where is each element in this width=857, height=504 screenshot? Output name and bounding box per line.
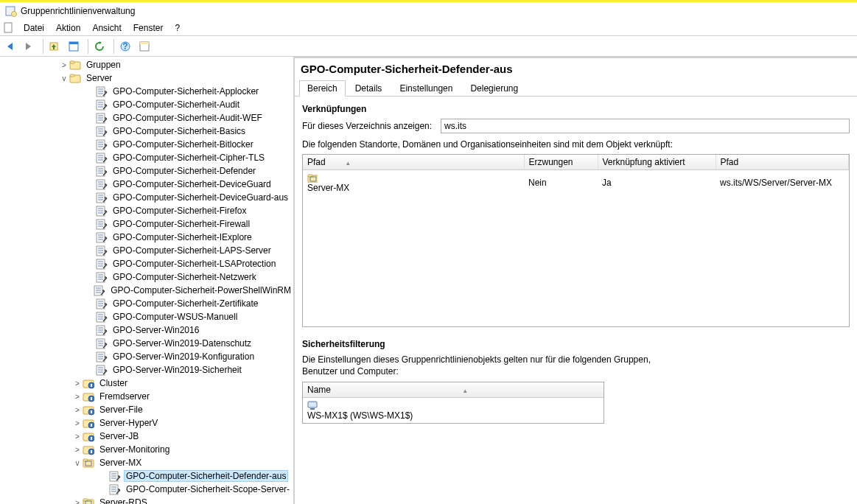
ou-blue-icon-icon [83, 444, 94, 455]
tree-item-label: GPO-Computer-Sicherheit-Scope-Server- [124, 483, 292, 495]
menu-help[interactable]: ? [169, 21, 186, 35]
tree-node-gpo[interactable]: GPO-Computer-Sicherheit-PowerShellWinRM [0, 284, 293, 297]
links-table[interactable]: Pfad Erzwungen Verknüpfung aktiviert Pfa… [302, 154, 850, 327]
expander-icon[interactable]: > [72, 406, 83, 414]
sf-col-name[interactable]: Name [303, 382, 604, 398]
tree-item-label: GPO-Computer-Sicherheit-Netzwerk [111, 271, 259, 283]
tree-node-gpo[interactable]: GPO-Computer-Sicherheit-LAPS-Server [0, 244, 293, 257]
tree-item-label: GPO-Computer-Sicherheit-LSAProtection [111, 258, 278, 270]
tree-node-gpo[interactable]: GPO-Computer-Sicherheit-Basics [0, 125, 293, 138]
tree-item-label: GPO-Computer-Sicherheit-Applocker [111, 85, 261, 97]
tree-item-label: GPO-Computer-Sicherheit-DeviceGuard [111, 178, 273, 190]
tree-node-gpo[interactable]: GPO-Computer-Sicherheit-Firewall [0, 217, 293, 231]
details-pane: GPO-Computer-Sicherheit-Defender-aus Ber… [295, 57, 857, 504]
menu-datei[interactable]: Datei [18, 21, 50, 35]
tree-node-gpo[interactable]: GPO-Computer-Sicherheit-Netzwerk [0, 270, 293, 284]
forward-button[interactable] [22, 38, 38, 55]
tab-bereich[interactable]: Bereich [299, 80, 346, 97]
ou-blue-icon-icon [83, 417, 94, 429]
table-row[interactable]: Server-MX Nein Ja ws.its/WS/Server/Serve… [303, 170, 849, 196]
domain-dropdown[interactable]: ws.its [441, 119, 850, 133]
tree-item-label: GPO-Computer-Sicherheit-DeviceGuard-aus [111, 192, 290, 203]
tree-item-label: Server-Monitoring [97, 444, 172, 455]
tree-item-label: GPO-Computer-Sicherheit-Defender [111, 165, 258, 177]
window-title: Gruppenrichtlinienverwaltung [21, 6, 135, 16]
tree-node-gpo[interactable]: GPO-Computer-Sicherheit-DeviceGuard [0, 178, 293, 191]
tree-node-gpo[interactable]: GPO-Computer-Sicherheit-Firefox [0, 204, 293, 217]
col-pfad[interactable]: Pfad [303, 155, 524, 170]
gpo-link-icon-icon [96, 125, 108, 137]
back-button[interactable] [3, 38, 19, 55]
expander-icon[interactable]: > [72, 419, 83, 427]
sf-table[interactable]: Name WS-MX1$ (WS\WS-MX1$) [302, 382, 604, 424]
refresh-icon [94, 41, 105, 52]
tree-node-gpo[interactable]: GPO-Computer-Sicherheit-Applocker [0, 85, 293, 98]
expander-icon[interactable]: > [72, 393, 83, 401]
tree-node-gpo[interactable]: GPO-Server-Win2019-Sicherheit [0, 363, 293, 377]
tree-node-gpo[interactable]: GPO-Computer-Sicherheit-IExplore [0, 231, 293, 244]
tree-node-ou[interactable]: >Server-Monitoring [0, 443, 293, 456]
folder-icon-icon [69, 72, 81, 84]
tree-node-gpo[interactable]: GPO-Server-Win2019-Datenschutz [0, 337, 293, 350]
ou-icon-icon [83, 497, 94, 504]
menu-fenster[interactable]: Fenster [127, 21, 169, 35]
tree-node-gpo[interactable]: GPO-Computer-Sicherheit-DeviceGuard-aus [0, 191, 293, 204]
tree-node-gpo[interactable]: GPO-Computer-Sicherheit-Cipher-TLS [0, 151, 293, 164]
tree-node-ou[interactable]: >Fremdserver [0, 390, 293, 403]
gpo-link-icon-icon [96, 311, 108, 323]
col-erzwungen[interactable]: Erzwungen [524, 155, 598, 170]
links-description: Die folgenden Standorte, Domänen und Org… [302, 139, 850, 150]
expander-icon[interactable]: > [72, 499, 83, 505]
show-hide-tree-button[interactable] [67, 38, 83, 55]
app-icon [5, 5, 17, 17]
tree-node-gpo[interactable]: GPO-Server-Win2019-Konfiguration [0, 350, 293, 363]
tree-node-gruppen[interactable]: >Gruppen [0, 58, 293, 71]
expander-icon[interactable]: > [72, 379, 83, 388]
expander-icon[interactable]: > [59, 61, 69, 69]
tree-node-gpo[interactable]: GPO-Computer-Sicherheit-Defender [0, 164, 293, 178]
refresh-button[interactable] [93, 38, 109, 55]
sf-description: Die Einstellungen dieses Gruppenrichtlin… [302, 354, 656, 377]
up-button[interactable] [48, 38, 64, 55]
tree-node-gpo[interactable]: GPO-Computer-Sicherheit-Bitlocker [0, 138, 293, 151]
tab-einstellungen[interactable]: Einstellungen [391, 80, 461, 97]
tab-delegierung[interactable]: Delegierung [462, 80, 526, 97]
menu-aktion[interactable]: Aktion [50, 21, 86, 35]
expander-icon[interactable]: v [59, 74, 69, 83]
tree-item-label: GPO-Computer-Sicherheit-IExplore [111, 231, 254, 243]
tab-details[interactable]: Details [347, 80, 391, 97]
expander-icon[interactable]: > [72, 446, 83, 454]
tree-node-gpo[interactable]: GPO-Computer-Sicherheit-LSAProtection [0, 257, 293, 270]
tree-node-gpo[interactable]: GPO-Computer-Sicherheit-Audit [0, 98, 293, 111]
help-button[interactable] [119, 38, 135, 55]
gpo-link-icon-icon [96, 205, 108, 217]
gpo-link-icon-icon [96, 178, 108, 190]
tree-node-ou[interactable]: >Server-HyperV [0, 416, 293, 430]
expander-icon[interactable]: v [72, 459, 83, 467]
tree-node-ou[interactable]: >Server-File [0, 403, 293, 416]
tree-pane[interactable]: >GruppenvServerGPO-Computer-Sicherheit-A… [0, 57, 295, 504]
ou-blue-icon-icon [83, 404, 94, 416]
tree-node-server-rds[interactable]: >Server-RDS [0, 496, 293, 504]
tree-node-server-mx[interactable]: vServer-MX [0, 456, 293, 469]
tree-node-gpo[interactable]: GPO-Server-Win2016 [0, 323, 293, 337]
ou-blue-icon-icon [83, 391, 94, 402]
menu-ansicht[interactable]: Ansicht [86, 21, 127, 35]
tree-node-server[interactable]: vServer [0, 71, 293, 85]
tree-node-gpo[interactable]: GPO-Computer-Sicherheit-Scope-Server- [0, 483, 293, 496]
col-aktiviert[interactable]: Verknüpfung aktiviert [598, 155, 716, 170]
tree-node-gpo[interactable]: GPO-Computer-WSUS-Manuell [0, 310, 293, 323]
help-icon [119, 41, 131, 52]
tree-node-gpo[interactable]: GPO-Computer-Sicherheit-Zertifikate [0, 297, 293, 310]
tree-node-ou[interactable]: >Cluster [0, 377, 293, 390]
file-icon [3, 22, 15, 34]
gpo-link-icon-icon [109, 470, 121, 482]
col-pfad2[interactable]: Pfad [716, 155, 849, 170]
folder-icon-icon [69, 59, 81, 71]
properties-button[interactable] [138, 38, 154, 55]
tree-node-gpo[interactable]: GPO-Computer-Sicherheit-Audit-WEF [0, 111, 293, 125]
expander-icon[interactable]: > [72, 433, 83, 441]
table-row[interactable]: WS-MX1$ (WS\WS-MX1$) [303, 398, 604, 424]
tree-node-gpo[interactable]: GPO-Computer-Sicherheit-Defender-aus [0, 469, 293, 483]
tree-node-ou[interactable]: >Server-JB [0, 430, 293, 443]
